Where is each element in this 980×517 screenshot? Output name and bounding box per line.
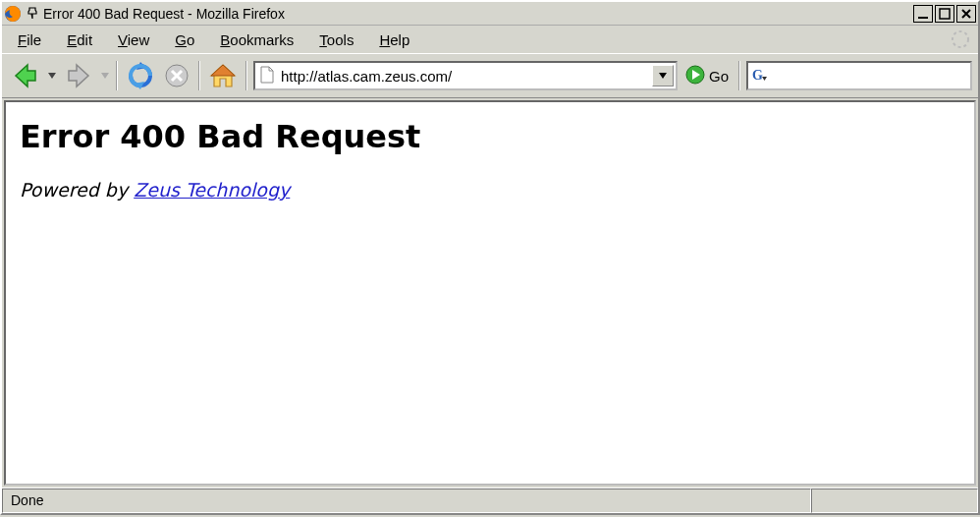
firefox-icon [4, 5, 22, 23]
forward-history-dropdown[interactable] [100, 59, 110, 92]
back-button[interactable] [8, 59, 43, 92]
search-engine-icon[interactable]: G [752, 67, 770, 86]
status-text: Done [2, 488, 811, 513]
svg-point-3 [953, 31, 968, 47]
status-progress [811, 488, 978, 513]
url-history-dropdown[interactable] [652, 65, 674, 86]
powered-by-prefix: Powered by [20, 179, 134, 201]
activity-throbber-icon [951, 29, 970, 49]
url-bar[interactable] [253, 61, 678, 90]
error-heading: Error 400 Bad Request [20, 118, 960, 155]
url-input[interactable] [281, 68, 646, 85]
page-icon [259, 66, 275, 86]
close-button[interactable] [956, 5, 976, 23]
menu-tools[interactable]: Tools [309, 29, 363, 51]
navigation-toolbar: Go G [2, 53, 978, 98]
go-label: Go [709, 68, 729, 85]
back-history-dropdown[interactable] [47, 59, 57, 92]
titlebar[interactable]: Error 400 Bad Request - Mozilla Firefox [2, 2, 978, 26]
toolbar-separator [198, 61, 200, 90]
toolbar-separator [245, 61, 247, 90]
toolbar-separator [116, 61, 118, 90]
go-icon [685, 65, 705, 87]
menu-go[interactable]: Go [165, 29, 204, 51]
menu-bookmarks[interactable]: Bookmarks [210, 29, 303, 51]
window-title: Error 400 Bad Request - Mozilla Firefox [43, 6, 913, 22]
home-button[interactable] [206, 59, 240, 92]
minimize-button[interactable] [913, 5, 933, 23]
search-bar[interactable]: G [746, 61, 972, 90]
powered-by-line: Powered by Zeus Technology [20, 179, 960, 201]
browser-window: Error 400 Bad Request - Mozilla Firefox … [0, 0, 980, 515]
svg-rect-1 [918, 17, 928, 19]
window-controls [913, 5, 976, 23]
toolbar-separator [738, 61, 740, 90]
pin-icon [26, 7, 39, 21]
svg-text:G: G [752, 68, 763, 83]
menu-file[interactable]: File [8, 29, 51, 51]
statusbar: Done [2, 488, 978, 513]
menubar: File Edit View Go Bookmarks Tools Help [2, 26, 978, 53]
maximize-button[interactable] [935, 5, 954, 23]
reload-button[interactable] [124, 59, 157, 92]
page-content: Error 400 Bad Request Powered by Zeus Te… [4, 100, 976, 486]
zeus-link[interactable]: Zeus Technology [134, 179, 290, 201]
forward-button[interactable] [61, 59, 96, 92]
svg-rect-2 [940, 9, 950, 19]
search-input[interactable] [774, 68, 966, 85]
menu-edit[interactable]: Edit [57, 29, 102, 51]
go-button[interactable]: Go [681, 65, 733, 87]
menu-view[interactable]: View [108, 29, 159, 51]
menu-help[interactable]: Help [369, 29, 419, 51]
stop-button[interactable] [161, 59, 192, 92]
